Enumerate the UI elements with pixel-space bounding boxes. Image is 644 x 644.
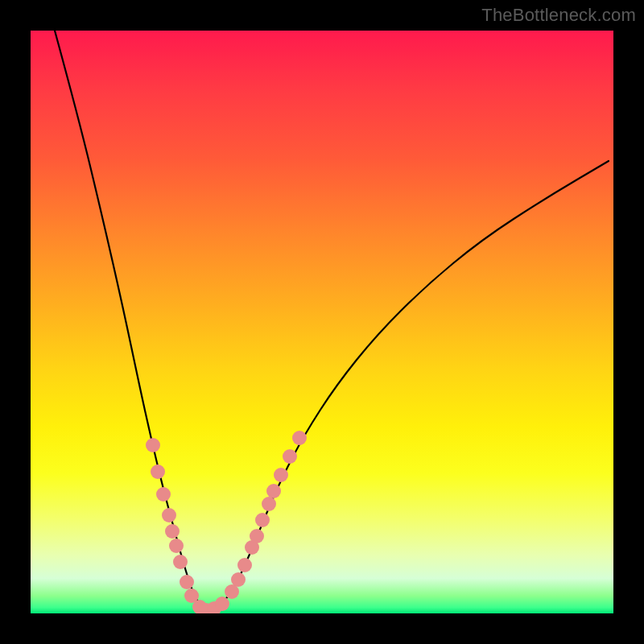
data-marker bbox=[146, 438, 160, 452]
bottleneck-curve-right bbox=[208, 161, 609, 610]
data-marker bbox=[169, 539, 184, 553]
curve-layer bbox=[31, 31, 613, 613]
data-marker bbox=[215, 597, 229, 611]
data-marker bbox=[255, 513, 270, 527]
data-marker bbox=[156, 487, 171, 502]
data-marker bbox=[262, 497, 276, 511]
data-marker bbox=[292, 431, 307, 445]
data-marker bbox=[162, 508, 176, 522]
data-marker bbox=[266, 484, 281, 498]
plot-area bbox=[31, 31, 613, 613]
data-marker bbox=[231, 572, 246, 587]
data-marker bbox=[283, 449, 297, 464]
data-markers bbox=[146, 431, 307, 613]
data-marker bbox=[250, 529, 264, 543]
data-marker bbox=[274, 468, 288, 482]
data-marker bbox=[165, 524, 180, 539]
data-marker bbox=[173, 555, 188, 569]
data-marker bbox=[237, 558, 252, 572]
chart-container: TheBottleneck.com bbox=[0, 0, 644, 644]
data-marker bbox=[151, 464, 165, 479]
bottleneck-curve-left bbox=[55, 31, 208, 610]
data-marker bbox=[180, 575, 194, 589]
watermark-text: TheBottleneck.com bbox=[481, 5, 636, 26]
